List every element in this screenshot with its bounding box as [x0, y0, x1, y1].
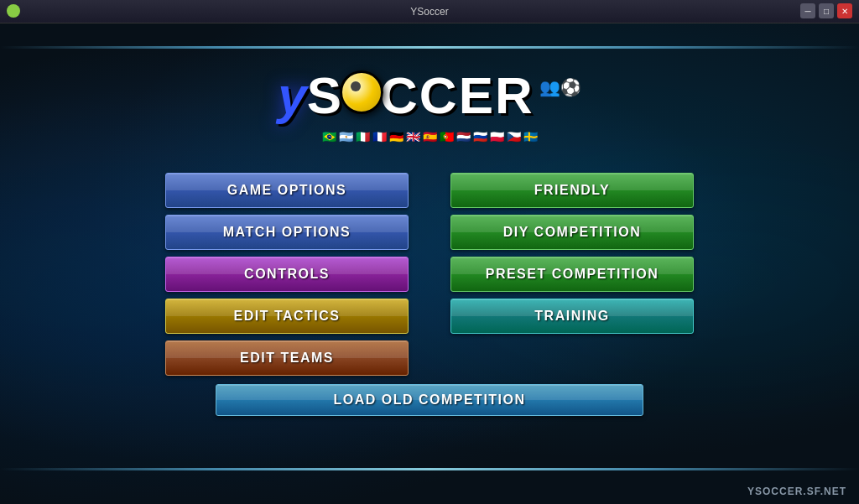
- flag-br: 🇧🇷: [322, 130, 336, 143]
- flag-se: 🇸🇪: [523, 130, 538, 143]
- buttons-area: GAME OPTIONS MATCH OPTIONS CONTROLS EDIT…: [165, 173, 694, 376]
- flag-fr: 🇫🇷: [372, 130, 387, 143]
- flag-cz: 🇨🇿: [507, 130, 521, 143]
- game-options-button[interactable]: GAME OPTIONS: [165, 173, 409, 208]
- main-content: y S CCER 👥⚽ 🇧🇷 🇦🇷 🇮🇹 🇫🇷 🇩🇪 🇬🇧 🇪🇸 🇵🇹 🇳🇱 🇷…: [0, 23, 859, 504]
- match-options-button[interactable]: MATCH OPTIONS: [165, 215, 409, 250]
- logo-area: y S CCER 👥⚽ 🇧🇷 🇦🇷 🇮🇹 🇫🇷 🇩🇪 🇬🇧 🇪🇸 🇵🇹 🇳🇱 🇷…: [278, 65, 581, 143]
- window-controls: ─ □ ✕: [800, 3, 852, 18]
- flag-pt: 🇵🇹: [440, 130, 454, 143]
- flag-es: 🇪🇸: [423, 130, 437, 143]
- flag-de: 🇩🇪: [389, 130, 403, 143]
- load-btn-area: LOAD OLD COMPETITION: [216, 384, 643, 416]
- flag-gb: 🇬🇧: [406, 130, 420, 143]
- titlebar: YSoccer ─ □ ✕: [0, 0, 859, 23]
- flag-ar: 🇦🇷: [339, 130, 353, 143]
- footer-text: YSOCCER.SF.NET: [747, 486, 846, 497]
- close-button[interactable]: ✕: [837, 3, 852, 18]
- window-title: YSoccer: [410, 6, 448, 18]
- flag-ru: 🇷🇺: [473, 130, 487, 143]
- right-menu: FRIENDLY DIY COMPETITION PRESET COMPETIT…: [450, 173, 694, 376]
- load-old-competition-button[interactable]: LOAD OLD COMPETITION: [216, 384, 643, 416]
- logo-ccer: CCER: [380, 65, 534, 125]
- edit-teams-button[interactable]: EDIT TEAMS: [165, 340, 409, 376]
- edit-tactics-button[interactable]: EDIT TACTICS: [165, 299, 409, 334]
- flag-it: 🇮🇹: [356, 130, 370, 143]
- preset-competition-button[interactable]: PRESET COMPETITION: [450, 257, 694, 292]
- friendly-button[interactable]: FRIENDLY: [450, 173, 694, 208]
- minimize-button[interactable]: ─: [800, 3, 815, 18]
- logo-y: y: [278, 65, 306, 125]
- training-button[interactable]: TRAINING: [450, 299, 694, 334]
- controls-button[interactable]: CONTROLS: [165, 257, 409, 292]
- logo-s: S: [307, 65, 343, 125]
- app-icon: [7, 4, 20, 18]
- diy-competition-button[interactable]: DIY COMPETITION: [450, 215, 694, 250]
- logo-players-icon: 👥⚽: [539, 77, 581, 97]
- flag-nl: 🇳🇱: [456, 130, 471, 143]
- maximize-button[interactable]: □: [819, 3, 834, 18]
- logo-flags: 🇧🇷 🇦🇷 🇮🇹 🇫🇷 🇩🇪 🇬🇧 🇪🇸 🇵🇹 🇳🇱 🇷🇺 🇵🇱 🇨🇿 🇸🇪: [278, 130, 581, 143]
- left-menu: GAME OPTIONS MATCH OPTIONS CONTROLS EDIT…: [165, 173, 409, 376]
- logo-ball: [340, 70, 383, 114]
- flag-pl: 🇵🇱: [490, 130, 504, 143]
